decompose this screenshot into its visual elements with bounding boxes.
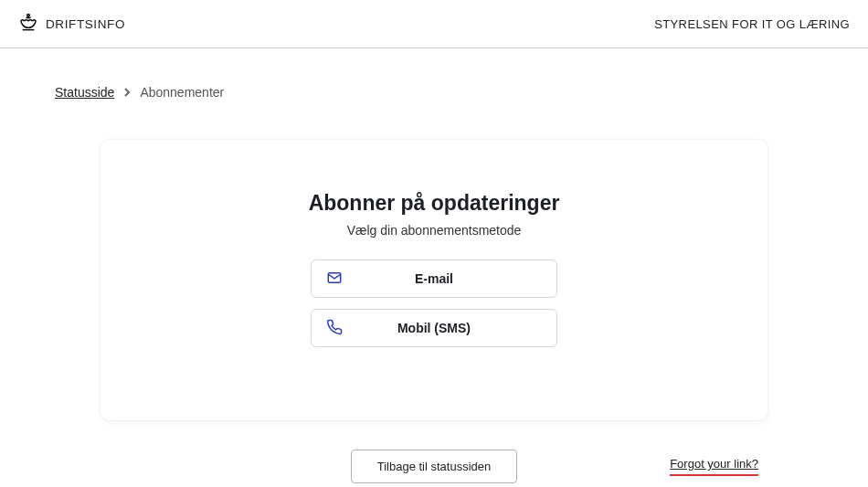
breadcrumb: Statusside Abonnementer bbox=[55, 85, 813, 100]
email-icon bbox=[326, 270, 343, 289]
card-subtitle: Vælg din abonnementsmetode bbox=[137, 223, 731, 238]
svg-point-0 bbox=[27, 14, 30, 16]
option-email-button[interactable]: E-mail bbox=[311, 259, 557, 298]
brand[interactable]: DRIFTSINFO bbox=[18, 13, 125, 35]
forgot-link[interactable]: Forgot your link? bbox=[670, 457, 758, 476]
option-email-label: E-mail bbox=[343, 271, 542, 286]
option-sms-label: Mobil (SMS) bbox=[343, 321, 542, 335]
footer-actions: Tilbage til statussiden Forgot your link… bbox=[101, 450, 767, 483]
chevron-right-icon bbox=[123, 85, 131, 100]
subscribe-card: Abonner på opdateringer Vælg din abonnem… bbox=[101, 140, 767, 420]
phone-icon bbox=[326, 319, 343, 338]
card-title: Abonner på opdateringer bbox=[137, 191, 731, 216]
option-sms-button[interactable]: Mobil (SMS) bbox=[311, 309, 557, 347]
page-header: DRIFTSINFO STYRELSEN FOR IT OG LÆRING bbox=[0, 0, 868, 48]
main-content: Statusside Abonnementer Abonner på opdat… bbox=[0, 48, 868, 483]
breadcrumb-root-link[interactable]: Statusside bbox=[55, 85, 114, 100]
breadcrumb-current: Abonnementer bbox=[140, 85, 224, 100]
crown-icon bbox=[18, 13, 38, 35]
back-button[interactable]: Tilbage til statussiden bbox=[351, 450, 518, 483]
organization-text: STYRELSEN FOR IT OG LÆRING bbox=[654, 17, 850, 31]
brand-text: DRIFTSINFO bbox=[46, 17, 125, 31]
